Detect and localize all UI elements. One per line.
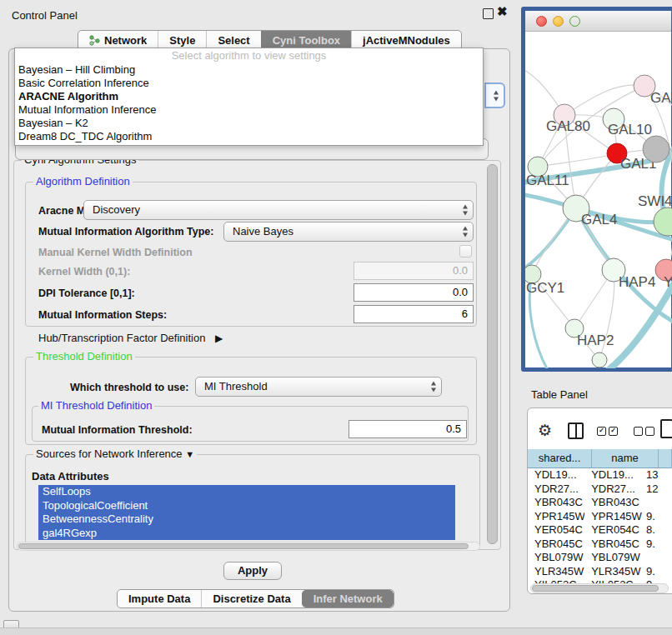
hide-columns-icon[interactable] [634, 427, 657, 442]
minimize-traffic-light-icon[interactable] [553, 16, 564, 27]
mi-type-value: Naive Bayes [224, 222, 473, 241]
kernel-width-input[interactable]: 0.0 [354, 262, 474, 280]
network-node-swi4[interactable] [654, 208, 672, 236]
kernel-width-label: Kernel Width (0,1): [38, 266, 130, 278]
column-header-shared-name[interactable]: shared... [528, 449, 592, 468]
tab-impute-data[interactable]: Impute Data [118, 590, 201, 608]
algorithm-option[interactable]: Basic Correlation Inference [15, 77, 483, 90]
network-window-titlebar[interactable] [525, 11, 671, 32]
column-header-name[interactable]: name [592, 449, 659, 468]
algorithm-option[interactable]: Dream8 DC_TDC Algorithm [15, 130, 483, 143]
mi-threshold-title: MI Threshold Definition [38, 400, 154, 412]
control-panel-title: Control Panel [12, 9, 78, 22]
network-canvas-svg[interactable]: GALGAL80GAL10GAL1GAL11SWI4GAL4GCY1HAP4YH… [525, 31, 672, 368]
close-icon[interactable]: ✖ [497, 4, 508, 19]
data-attribute-item[interactable]: TopologicalCoefficient [38, 499, 455, 513]
table-cell: 9. [643, 538, 672, 552]
table-row[interactable]: YER054CYER054C8. [528, 523, 672, 538]
table-row[interactable]: YBR045CYBR045C9. [528, 538, 672, 552]
mi-threshold-label: Mutual Information Threshold: [42, 424, 193, 436]
table-cell: 12 [643, 482, 672, 497]
hub-definition-label: Hub/Transcription Factor Definition [38, 332, 205, 344]
threshold-definition-title: Threshold Definition [33, 351, 135, 362]
table-row[interactable]: YBL079WYBL079W [528, 551, 672, 565]
table-row[interactable]: YDL19...YDL19...13 [528, 468, 672, 482]
close-traffic-light-icon[interactable] [536, 16, 547, 27]
expand-right-icon: ▶ [215, 332, 223, 344]
table-hscrollbar-track[interactable] [530, 583, 669, 593]
algorithm-option[interactable]: Mutual Information Inference [15, 103, 483, 117]
show-columns-icon[interactable]: ✓✓ [597, 427, 620, 442]
table-row[interactable]: YBR043CYBR043C [528, 496, 672, 510]
algorithm-option[interactable]: Bayesian – Hill Climbing [15, 63, 483, 77]
mi-type-select[interactable]: Naive Bayes [223, 222, 474, 242]
stepper-icon [463, 227, 468, 238]
table-cell: YER054C [528, 523, 584, 538]
node-table-body: YDL19...YDL19...13YDR27...YDR27...12YBR0… [528, 468, 672, 585]
table-hscrollbar-thumb[interactable] [532, 585, 659, 592]
table-cell: YBR043C [528, 496, 584, 510]
settings-hscrollbar-thumb[interactable] [18, 543, 469, 549]
data-attributes-list[interactable]: SelfLoopsTopologicalCoefficientBetweenne… [38, 485, 455, 540]
aracne-mode-value: Discovery [84, 201, 473, 219]
export-table-icon[interactable] [660, 419, 672, 438]
table-row[interactable]: YLR345WYLR345W9. [528, 565, 672, 579]
network-node[interactable] [643, 136, 669, 162]
network-node-label: GAL11 [526, 172, 569, 188]
table-cell [643, 496, 672, 510]
status-bar [0, 628, 672, 635]
data-attributes-label: Data Attributes [32, 470, 109, 482]
combo-stepper-icon [494, 90, 499, 101]
table-cell: YLR345W [528, 565, 584, 579]
dpi-tolerance-input[interactable]: 0.0 [354, 283, 474, 302]
hub-definition-expander[interactable]: Hub/Transcription Factor Definition ▶ [38, 332, 223, 344]
network-node-label: GAL80 [546, 118, 590, 134]
table-cell [643, 551, 672, 565]
apply-button[interactable]: Apply [223, 562, 282, 580]
table-row[interactable]: YPR145WYPR145W9. [528, 510, 672, 524]
float-window-icon[interactable] [483, 8, 494, 19]
gear-icon[interactable]: ⚙ [538, 421, 552, 440]
column-header-clipped[interactable] [659, 449, 672, 468]
table-cell: YBL079W [528, 551, 584, 565]
mi-steps-input[interactable]: 6 [354, 305, 474, 323]
manual-kernel-checkbox[interactable] [459, 245, 472, 258]
data-attribute-item[interactable]: BetweennessCentrality [38, 512, 455, 527]
sources-title[interactable]: Sources for Network Inference ▼ [33, 448, 197, 460]
which-threshold-select[interactable]: MI Threshold [195, 377, 442, 397]
tab-infer-network-label: Infer Network [313, 590, 383, 608]
sources-title-label: Sources for Network Inference [36, 448, 183, 460]
table-cell: YDL19... [528, 468, 584, 482]
algorithm-definition-title: Algorithm Definition [33, 176, 133, 188]
network-edge[interactable] [538, 153, 617, 167]
tab-discretize-data[interactable]: Discretize Data [201, 590, 301, 608]
stepper-icon [463, 205, 468, 216]
table-cell: YBR043C [584, 496, 643, 510]
algorithm-option[interactable]: ARACNE Algorithm [15, 90, 483, 103]
tab-jactivemnodules-label: jActiveMNodules [363, 32, 450, 49]
network-node-label: SWI4 [638, 193, 672, 209]
table-row[interactable]: YDR27...YDR27...12 [528, 482, 672, 497]
table-cell: YBL079W [584, 551, 643, 565]
network-tab-icon [89, 35, 100, 46]
table-panel-title: Table Panel [531, 388, 588, 401]
settings-hscrollbar-track[interactable] [17, 542, 480, 551]
settings-vscrollbar[interactable] [487, 164, 498, 544]
tab-style-label: Style [169, 32, 195, 49]
network-node[interactable] [592, 352, 607, 368]
table-cell: YPR145W [584, 510, 643, 524]
data-attribute-item[interactable]: SelfLoops [38, 485, 455, 499]
algorithm-option[interactable]: Bayesian – K2 [15, 117, 483, 130]
data-attribute-item[interactable]: gal4RGexp [38, 527, 455, 541]
network-edge[interactable] [564, 85, 644, 115]
table-cell: 13 [643, 468, 672, 482]
tab-infer-network[interactable]: Infer Network [302, 590, 394, 608]
split-columns-icon[interactable] [568, 422, 584, 439]
network-node-label: GCY1 [526, 280, 564, 296]
focused-combobox-fragment[interactable] [484, 82, 505, 108]
zoom-traffic-light-icon[interactable] [569, 16, 580, 27]
table-cell: 9. [643, 510, 672, 524]
mi-type-label: Mutual Information Algorithm Type: [38, 226, 213, 238]
mi-threshold-input[interactable]: 0.5 [349, 420, 467, 438]
aracne-mode-select[interactable]: Discovery [83, 200, 474, 220]
